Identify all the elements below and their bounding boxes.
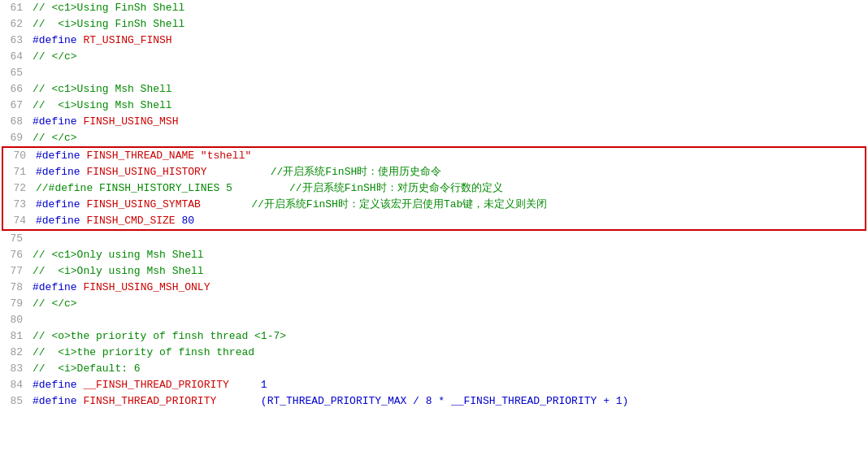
line-number: 83 bbox=[0, 361, 29, 377]
code-token: // <i>Default: 6 bbox=[33, 362, 141, 375]
line-content: #define FINSH_USING_HISTORY //开启系统FinSH时… bbox=[33, 164, 865, 180]
line-number: 81 bbox=[0, 328, 29, 345]
line-number: 77 bbox=[0, 263, 29, 280]
code-token: #define bbox=[33, 395, 83, 407]
line-number: 64 bbox=[0, 49, 29, 65]
line-content: // <i>Using Msh Shell bbox=[29, 98, 868, 114]
code-token: #define bbox=[36, 198, 86, 210]
line-content: // <i>Default: 6 bbox=[29, 361, 868, 377]
line-content: // </c> bbox=[29, 296, 868, 312]
code-line: 66 // <c1>Using Msh Shell bbox=[0, 81, 868, 98]
line-number: 66 bbox=[0, 81, 29, 98]
code-token: "tshell" bbox=[201, 150, 251, 162]
line-number: 76 bbox=[0, 247, 29, 263]
line-content: // <c1>Using Msh Shell bbox=[29, 81, 868, 98]
code-line: 68 #define FINSH_USING_MSH bbox=[0, 114, 868, 130]
code-token: // <c1>Only using Msh Shell bbox=[33, 249, 204, 261]
line-number: 85 bbox=[0, 393, 29, 410]
code-line: 83 // <i>Default: 6 bbox=[0, 361, 868, 377]
line-number: 70 bbox=[3, 148, 33, 164]
line-number: 67 bbox=[0, 98, 29, 114]
line-content: // <i>Only using Msh Shell bbox=[29, 263, 868, 280]
line-content: #define FINSH_THREAD_PRIORITY (RT_THREAD… bbox=[29, 393, 868, 410]
code-token: #define bbox=[33, 281, 83, 293]
code-token: // <i>the priority of finsh thread bbox=[33, 346, 254, 358]
line-number: 74 bbox=[3, 213, 33, 229]
code-line: 73 #define FINSH_USING_SYMTAB //开启系统FinS… bbox=[3, 197, 865, 213]
code-line: 62 // <i>Using FinSh Shell bbox=[0, 16, 868, 33]
code-line: 80 bbox=[0, 312, 868, 328]
line-content: #define FINSH_USING_MSH bbox=[29, 114, 868, 130]
line-content: #define __FINSH_THREAD_PRIORITY 1 bbox=[29, 377, 868, 393]
line-content: // <c1>Using FinSh Shell bbox=[29, 0, 868, 16]
line-content: #define FINSH_CMD_SIZE 80 bbox=[33, 213, 865, 229]
line-content: // <i>Using FinSh Shell bbox=[29, 16, 868, 33]
line-content: // </c> bbox=[29, 130, 868, 146]
code-line: 67 // <i>Using Msh Shell bbox=[0, 98, 868, 114]
code-token: // <i>Only using Msh Shell bbox=[33, 265, 204, 277]
code-line: 76 // <c1>Only using Msh Shell bbox=[0, 247, 868, 263]
code-editor: 61 // <c1>Using FinSh Shell 62 // <i>Usi… bbox=[0, 0, 868, 460]
code-token: // <c1>Using FinSh Shell bbox=[33, 2, 184, 14]
line-number: 68 bbox=[0, 114, 29, 130]
code-token: RT_USING_FINSH bbox=[83, 34, 171, 46]
code-line: 74 #define FINSH_CMD_SIZE 80 bbox=[3, 213, 865, 229]
code-line: 71 #define FINSH_USING_HISTORY //开启系统Fin… bbox=[3, 164, 865, 180]
line-number: 82 bbox=[0, 345, 29, 361]
code-token: FINSH_USING_HISTORY bbox=[86, 166, 206, 178]
line-content: #define FINSH_THREAD_NAME "tshell" bbox=[33, 148, 865, 164]
line-content: #define RT_USING_FINSH bbox=[29, 33, 868, 49]
line-content: //#define FINSH_HISTORY_LINES 5 //开启系统Fi… bbox=[33, 180, 865, 197]
line-content: #define FINSH_USING_MSH_ONLY bbox=[29, 280, 868, 296]
code-line: 79 // </c> bbox=[0, 296, 868, 312]
line-content: // <c1>Only using Msh Shell bbox=[29, 247, 868, 263]
code-token: __FINSH_THREAD_PRIORITY bbox=[83, 379, 260, 391]
code-token: FINSH_CMD_SIZE bbox=[86, 215, 181, 227]
code-token: #define bbox=[36, 150, 86, 162]
line-number: 61 bbox=[0, 0, 29, 16]
code-token: #define bbox=[33, 379, 83, 391]
code-line: 77 // <i>Only using Msh Shell bbox=[0, 263, 868, 280]
code-token: // </c> bbox=[33, 132, 77, 144]
code-line: 63 #define RT_USING_FINSH bbox=[0, 33, 868, 49]
code-line: 70 #define FINSH_THREAD_NAME "tshell" bbox=[3, 148, 865, 164]
code-token: FINSH_THREAD_PRIORITY bbox=[83, 395, 260, 407]
code-token: FINSH_THREAD_NAME bbox=[86, 150, 200, 162]
highlighted-block: 70 #define FINSH_THREAD_NAME "tshell" 71… bbox=[2, 146, 866, 231]
line-number: 63 bbox=[0, 33, 29, 49]
code-line: 61 // <c1>Using FinSh Shell bbox=[0, 0, 868, 16]
code-line: 85 #define FINSH_THREAD_PRIORITY (RT_THR… bbox=[0, 393, 868, 410]
code-token: //#define FINSH_HISTORY_LINES 5 //开启系统Fi… bbox=[36, 182, 503, 194]
code-token: // <i>Using FinSh Shell bbox=[33, 18, 184, 30]
code-token: 80 bbox=[181, 215, 194, 227]
code-token: FINSH_USING_MSH bbox=[83, 115, 178, 128]
line-number: 72 bbox=[3, 180, 33, 197]
code-token: // <o>the priority of finsh thread <1-7> bbox=[33, 330, 286, 342]
code-token: #define bbox=[36, 166, 86, 178]
code-token: #define bbox=[36, 215, 86, 227]
code-line: 78 #define FINSH_USING_MSH_ONLY bbox=[0, 280, 868, 296]
code-token: // </c> bbox=[33, 50, 77, 63]
line-content: // <o>the priority of finsh thread <1-7> bbox=[29, 328, 868, 345]
code-token: #define bbox=[33, 115, 83, 128]
code-token: (RT_THREAD_PRIORITY_MAX / 8 * __FINSH_TH… bbox=[261, 395, 628, 407]
line-number: 80 bbox=[0, 312, 29, 328]
code-token: // </c> bbox=[33, 297, 77, 310]
line-number: 69 bbox=[0, 130, 29, 146]
code-line: 72 //#define FINSH_HISTORY_LINES 5 //开启系… bbox=[3, 180, 865, 197]
line-number: 65 bbox=[0, 65, 29, 81]
code-line: 64 // </c> bbox=[0, 49, 868, 65]
code-token: 1 bbox=[261, 379, 267, 391]
line-content: // </c> bbox=[29, 49, 868, 65]
line-content: // <i>the priority of finsh thread bbox=[29, 345, 868, 361]
line-content: #define FINSH_USING_SYMTAB //开启系统FinSH时：… bbox=[33, 197, 865, 213]
line-number: 78 bbox=[0, 280, 29, 296]
line-number: 84 bbox=[0, 377, 29, 393]
code-line: 69 // </c> bbox=[0, 130, 868, 146]
code-token: #define bbox=[33, 34, 83, 46]
line-number: 71 bbox=[3, 164, 33, 180]
code-line: 81 // <o>the priority of finsh thread <1… bbox=[0, 328, 868, 345]
line-number: 75 bbox=[0, 231, 29, 247]
line-number: 73 bbox=[3, 197, 33, 213]
code-line: 75 bbox=[0, 231, 868, 247]
